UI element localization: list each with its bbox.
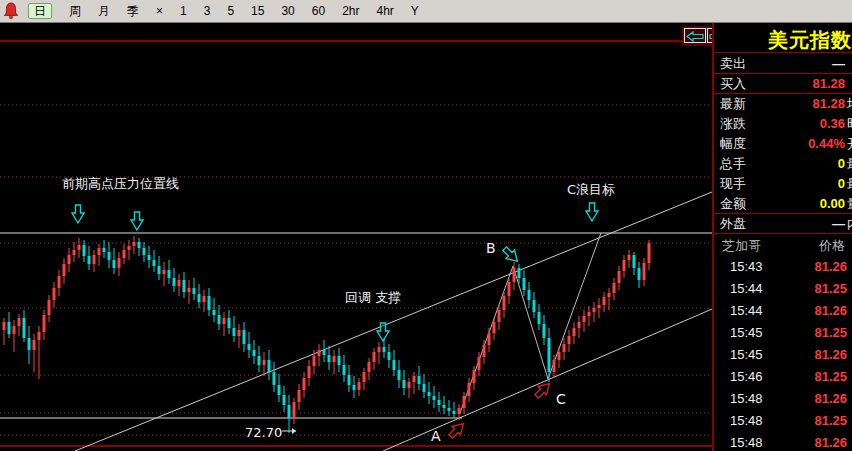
tick-price: 81.25: [814, 322, 847, 344]
candle-body: [583, 316, 586, 322]
candle-body: [218, 315, 221, 324]
quote-row-最新: 最新81.28均: [714, 94, 852, 114]
candle-body: [413, 376, 416, 382]
tick-row: 15:4381.26: [714, 256, 852, 278]
candle-body: [393, 360, 396, 370]
candle-body: [8, 322, 11, 334]
candle-body: [403, 380, 406, 388]
candle-body: [618, 271, 621, 283]
candle-body: [223, 318, 226, 324]
price-chart[interactable]: 前期高点压力位置线回调 支撑C浪目标BAC72.70: [0, 0, 712, 451]
alarm-bell-icon[interactable]: [3, 2, 19, 20]
candle-body: [303, 378, 306, 390]
candle-body: [443, 405, 446, 408]
period-button-5[interactable]: 5: [227, 4, 234, 18]
chart-annotation-text: C浪目标: [567, 182, 615, 197]
quote-partial-label: 量: [847, 194, 852, 214]
candle-body: [493, 322, 496, 333]
candle-body: [38, 332, 41, 340]
period-button-30[interactable]: 30: [281, 4, 294, 18]
candle-body: [483, 345, 486, 357]
candle-body: [368, 362, 371, 372]
period-button-日[interactable]: 日: [28, 3, 52, 19]
candle-body: [133, 242, 136, 246]
candle-body: [248, 344, 251, 350]
candle-body: [598, 305, 601, 308]
period-button-月[interactable]: 月: [98, 4, 110, 18]
quote-label: 金额: [720, 194, 746, 214]
candle-body: [208, 296, 211, 310]
candle-body: [558, 352, 561, 360]
candle-body: [633, 255, 636, 268]
candle-body: [338, 356, 341, 365]
candle-body: [18, 318, 21, 326]
candle-body: [28, 338, 31, 350]
candle-body: [508, 282, 511, 296]
quote-partial-label: 开: [847, 134, 852, 154]
down-arrow-marker: [72, 205, 84, 223]
candle-body: [88, 256, 91, 264]
candle-body: [543, 324, 546, 338]
tick-price: 81.25: [814, 278, 847, 300]
quote-row-外盘: 外盘—内: [714, 214, 852, 234]
chart-annotation-text: 72.70: [245, 425, 282, 440]
candle-body: [613, 283, 616, 293]
candle-body: [563, 344, 566, 352]
candle-body: [118, 258, 121, 268]
tick-time: 15:48: [730, 410, 763, 432]
period-button-季[interactable]: 季: [127, 4, 139, 18]
tick-list-header: 芝加哥 价格: [714, 236, 852, 256]
down-arrow-marker: [131, 212, 143, 230]
candle-body: [113, 260, 116, 268]
period-button-4hr[interactable]: 4hr: [377, 4, 394, 18]
candle-body: [503, 296, 506, 310]
candle-body: [553, 360, 556, 372]
scroll-left-button[interactable]: [684, 28, 706, 43]
quote-partial-label: 昨: [847, 114, 852, 134]
period-button-2hr[interactable]: 2hr: [342, 4, 359, 18]
panel-separator: [714, 73, 852, 74]
candle-body: [573, 328, 576, 336]
candle-body: [463, 396, 466, 408]
candle-body: [643, 263, 646, 280]
period-button-Y[interactable]: Y: [411, 4, 419, 18]
tick-price: 81.26: [814, 256, 847, 278]
quote-label: 现手: [720, 174, 746, 194]
quote-partial-label: 均: [847, 94, 852, 114]
tick-price: 81.26: [814, 300, 847, 322]
candle-body: [163, 270, 166, 274]
candle-body: [148, 255, 151, 260]
period-button-周[interactable]: 周: [69, 4, 81, 18]
candle-body: [123, 250, 126, 258]
tick-price: 81.25: [814, 410, 847, 432]
candle-body: [353, 385, 356, 390]
candle-body: [263, 360, 266, 365]
candle-body: [198, 294, 201, 302]
quote-partial-label: 内: [847, 214, 852, 234]
up-right-arrow-marker: [532, 379, 553, 400]
candle-body: [53, 288, 56, 300]
candle-body: [293, 402, 296, 418]
quote-row-总手: 总手0最: [714, 154, 852, 174]
period-button-×[interactable]: ×: [156, 4, 163, 18]
chart-annotation-text: 前期高点压力位置线: [62, 176, 179, 191]
tick-time: 15:48: [730, 388, 763, 410]
candle-body: [523, 278, 526, 290]
tick-row: 15:4481.26: [714, 300, 852, 322]
candle-body: [458, 408, 461, 414]
period-button-15[interactable]: 15: [251, 4, 264, 18]
period-button-60[interactable]: 60: [312, 4, 325, 18]
chart-area[interactable]: 前期高点压力位置线回调 支撑C浪目标BAC72.70: [0, 0, 712, 451]
candle-body: [253, 350, 256, 356]
chart-annotation-text: C: [556, 391, 566, 407]
tick-row: 15:4581.26: [714, 344, 852, 366]
candle-body: [348, 375, 351, 385]
candle-body: [513, 268, 516, 282]
candle-body: [423, 384, 426, 392]
period-button-1[interactable]: 1: [180, 4, 187, 18]
tick-price: 81.26: [814, 344, 847, 366]
period-button-3[interactable]: 3: [204, 4, 211, 18]
quote-row-涨跌: 涨跌0.36昨: [714, 114, 852, 134]
candle-body: [158, 266, 161, 274]
candle-body: [428, 392, 431, 396]
